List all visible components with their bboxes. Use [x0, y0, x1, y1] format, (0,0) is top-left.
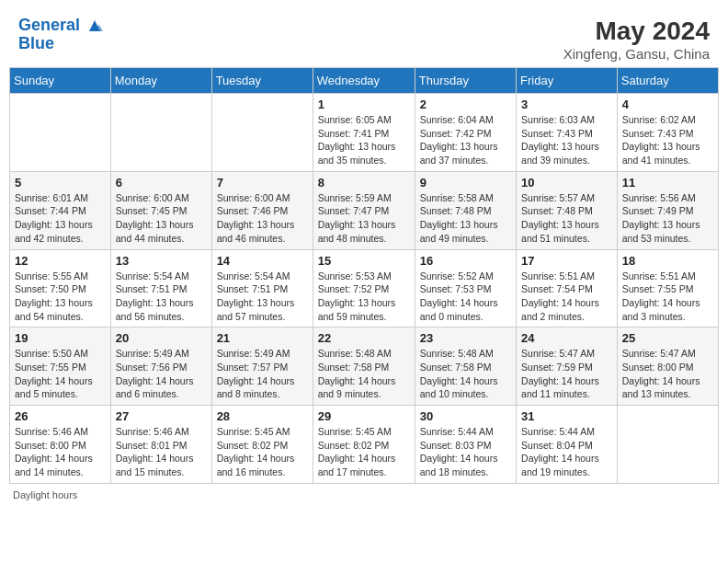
calendar-cell: 19Sunrise: 5:50 AMSunset: 7:55 PMDayligh…: [10, 327, 111, 406]
day-number: 27: [116, 409, 207, 423]
day-number: 26: [15, 409, 106, 423]
calendar-cell: 25Sunrise: 5:47 AMSunset: 8:00 PMDayligh…: [617, 327, 718, 406]
day-info: Sunrise: 5:44 AMSunset: 8:03 PMDaylight:…: [420, 425, 511, 479]
calendar-cell: 22Sunrise: 5:48 AMSunset: 7:58 PMDayligh…: [313, 327, 415, 406]
day-info: Sunrise: 5:45 AMSunset: 8:02 PMDaylight:…: [318, 425, 410, 479]
day-number: 5: [15, 176, 106, 190]
calendar-cell: 2Sunrise: 6:04 AMSunset: 7:42 PMDaylight…: [415, 94, 516, 172]
day-info: Sunrise: 5:44 AMSunset: 8:04 PMDaylight:…: [521, 425, 612, 479]
day-number: 9: [420, 176, 511, 190]
day-number: 12: [15, 254, 106, 268]
calendar-cell: 28Sunrise: 5:45 AMSunset: 8:02 PMDayligh…: [211, 406, 313, 484]
day-info: Sunrise: 5:56 AMSunset: 7:49 PMDaylight:…: [622, 191, 713, 246]
day-number: 24: [521, 331, 612, 345]
calendar-cell: [10, 94, 111, 172]
day-info: Sunrise: 6:04 AMSunset: 7:42 PMDaylight:…: [420, 113, 511, 167]
day-number: 25: [622, 331, 713, 345]
day-number: 13: [116, 254, 207, 268]
calendar-cell: 17Sunrise: 5:51 AMSunset: 7:54 PMDayligh…: [517, 249, 618, 327]
calendar-week-row: 26Sunrise: 5:46 AMSunset: 8:00 PMDayligh…: [10, 406, 719, 484]
calendar-cell: [617, 406, 718, 484]
day-info: Sunrise: 5:46 AMSunset: 8:01 PMDaylight:…: [116, 425, 207, 479]
day-number: 6: [116, 176, 207, 190]
calendar-cell: 27Sunrise: 5:46 AMSunset: 8:01 PMDayligh…: [110, 406, 211, 484]
day-info: Sunrise: 6:05 AMSunset: 7:41 PMDaylight:…: [318, 113, 410, 167]
calendar-cell: 8Sunrise: 5:59 AMSunset: 7:47 PMDaylight…: [313, 171, 415, 249]
day-number: 10: [521, 176, 612, 190]
title-block: May 2024 Xingfeng, Gansu, China: [563, 17, 710, 62]
calendar-cell: 12Sunrise: 5:55 AMSunset: 7:50 PMDayligh…: [10, 249, 111, 327]
day-number: 11: [622, 176, 713, 190]
logo: General Blue: [18, 17, 103, 53]
calendar-week-row: 12Sunrise: 5:55 AMSunset: 7:50 PMDayligh…: [10, 249, 719, 327]
logo-text: General: [18, 17, 103, 35]
day-number: 1: [318, 98, 410, 111]
calendar-cell: 9Sunrise: 5:58 AMSunset: 7:48 PMDaylight…: [415, 171, 516, 249]
calendar-day-header: Saturday: [617, 68, 718, 94]
day-info: Sunrise: 5:51 AMSunset: 7:54 PMDaylight:…: [521, 270, 612, 324]
day-info: Sunrise: 6:02 AMSunset: 7:43 PMDaylight:…: [622, 113, 713, 167]
day-number: 19: [15, 331, 106, 345]
day-number: 20: [116, 331, 207, 345]
calendar-day-header: Wednesday: [313, 68, 415, 94]
calendar-cell: [211, 94, 313, 172]
day-number: 23: [420, 331, 511, 345]
day-number: 7: [217, 176, 308, 190]
calendar-cell: 5Sunrise: 6:01 AMSunset: 7:44 PMDaylight…: [10, 171, 111, 249]
calendar-week-row: 19Sunrise: 5:50 AMSunset: 7:55 PMDayligh…: [10, 327, 719, 406]
day-info: Sunrise: 5:48 AMSunset: 7:58 PMDaylight:…: [420, 347, 511, 401]
day-number: 21: [217, 331, 308, 345]
day-number: 17: [521, 254, 612, 268]
day-info: Sunrise: 6:03 AMSunset: 7:43 PMDaylight:…: [521, 113, 612, 167]
calendar-table: SundayMondayTuesdayWednesdayThursdayFrid…: [9, 67, 719, 484]
month-year: May 2024: [563, 17, 710, 46]
day-number: 16: [420, 254, 511, 268]
day-info: Sunrise: 5:51 AMSunset: 7:55 PMDaylight:…: [622, 270, 713, 324]
calendar-cell: 6Sunrise: 6:00 AMSunset: 7:45 PMDaylight…: [110, 171, 211, 249]
day-number: 30: [420, 409, 511, 423]
day-info: Sunrise: 5:52 AMSunset: 7:53 PMDaylight:…: [420, 270, 511, 324]
calendar-day-header: Thursday: [415, 68, 516, 94]
calendar-week-row: 1Sunrise: 6:05 AMSunset: 7:41 PMDaylight…: [10, 94, 719, 172]
day-info: Sunrise: 5:50 AMSunset: 7:55 PMDaylight:…: [15, 347, 106, 401]
calendar-week-row: 5Sunrise: 6:01 AMSunset: 7:44 PMDaylight…: [10, 171, 719, 249]
calendar-cell: 31Sunrise: 5:44 AMSunset: 8:04 PMDayligh…: [517, 406, 618, 484]
calendar-cell: 18Sunrise: 5:51 AMSunset: 7:55 PMDayligh…: [617, 249, 718, 327]
day-info: Sunrise: 6:00 AMSunset: 7:45 PMDaylight:…: [116, 191, 207, 246]
day-info: Sunrise: 5:49 AMSunset: 7:57 PMDaylight:…: [217, 347, 308, 401]
calendar-cell: 15Sunrise: 5:53 AMSunset: 7:52 PMDayligh…: [313, 249, 415, 327]
footer: Daylight hours: [9, 489, 719, 500]
calendar-cell: 14Sunrise: 5:54 AMSunset: 7:51 PMDayligh…: [211, 249, 313, 327]
calendar-cell: 3Sunrise: 6:03 AMSunset: 7:43 PMDaylight…: [517, 94, 618, 172]
calendar-cell: 20Sunrise: 5:49 AMSunset: 7:56 PMDayligh…: [110, 327, 211, 406]
logo-icon: [86, 17, 103, 34]
calendar-day-header: Monday: [110, 68, 211, 94]
calendar-cell: 29Sunrise: 5:45 AMSunset: 8:02 PMDayligh…: [313, 406, 415, 484]
day-info: Sunrise: 5:54 AMSunset: 7:51 PMDaylight:…: [116, 270, 207, 324]
day-info: Sunrise: 5:57 AMSunset: 7:48 PMDaylight:…: [521, 191, 612, 246]
calendar-day-header: Tuesday: [211, 68, 313, 94]
day-number: 29: [318, 409, 410, 423]
calendar-cell: 30Sunrise: 5:44 AMSunset: 8:03 PMDayligh…: [415, 406, 516, 484]
day-info: Sunrise: 5:55 AMSunset: 7:50 PMDaylight:…: [15, 270, 106, 324]
calendar-cell: 4Sunrise: 6:02 AMSunset: 7:43 PMDaylight…: [617, 94, 718, 172]
location: Xingfeng, Gansu, China: [563, 46, 710, 62]
day-number: 4: [622, 98, 713, 111]
day-info: Sunrise: 5:45 AMSunset: 8:02 PMDaylight:…: [217, 425, 308, 479]
day-info: Sunrise: 5:54 AMSunset: 7:51 PMDaylight:…: [217, 270, 308, 324]
day-info: Sunrise: 5:47 AMSunset: 8:00 PMDaylight:…: [622, 347, 713, 401]
day-number: 22: [318, 331, 410, 345]
day-number: 2: [420, 98, 511, 111]
day-number: 28: [217, 409, 308, 423]
calendar-day-header: Sunday: [10, 68, 111, 94]
day-number: 31: [521, 409, 612, 423]
day-number: 8: [318, 176, 410, 190]
logo-subtext: Blue: [18, 35, 103, 53]
calendar-cell: 7Sunrise: 6:00 AMSunset: 7:46 PMDaylight…: [211, 171, 313, 249]
day-number: 18: [622, 254, 713, 268]
calendar-cell: 26Sunrise: 5:46 AMSunset: 8:00 PMDayligh…: [10, 406, 111, 484]
calendar-cell: 23Sunrise: 5:48 AMSunset: 7:58 PMDayligh…: [415, 327, 516, 406]
calendar-cell: 16Sunrise: 5:52 AMSunset: 7:53 PMDayligh…: [415, 249, 516, 327]
day-info: Sunrise: 5:49 AMSunset: 7:56 PMDaylight:…: [116, 347, 207, 401]
calendar-cell: 13Sunrise: 5:54 AMSunset: 7:51 PMDayligh…: [110, 249, 211, 327]
